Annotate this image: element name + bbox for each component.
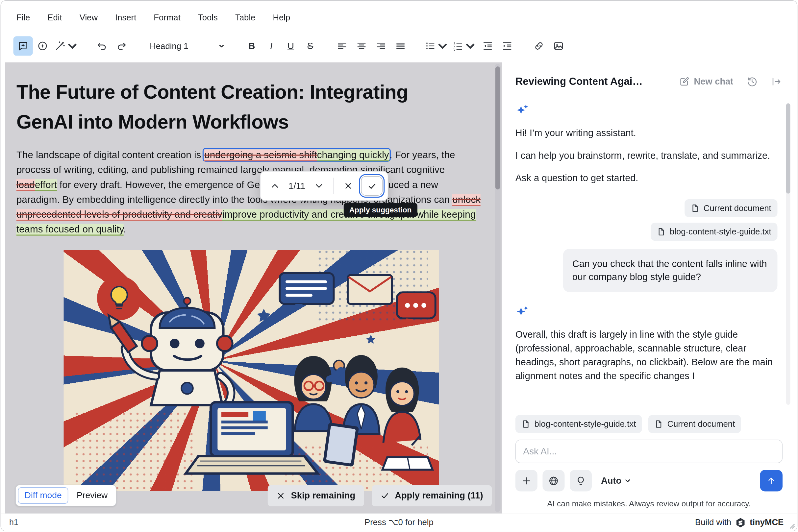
menu-bar: File Edit View Insert Format Tools Table…	[1, 1, 797, 30]
bold-button[interactable]: B	[242, 36, 261, 56]
attach-button[interactable]	[516, 470, 537, 491]
tinymce-logo-icon	[736, 517, 746, 527]
ask-ai-input[interactable]	[516, 440, 782, 463]
link-button[interactable]	[529, 36, 549, 56]
undo-icon	[96, 40, 108, 52]
close-panel-button[interactable]	[771, 76, 782, 87]
apply-suggestion-button[interactable]	[361, 176, 383, 196]
align-center-icon	[356, 40, 367, 52]
new-chat-button[interactable]: New chat	[679, 76, 733, 87]
align-left-button[interactable]	[332, 36, 352, 56]
document-icon	[654, 420, 663, 429]
menu-tools[interactable]: Tools	[198, 13, 218, 22]
bold-label: B	[248, 40, 255, 51]
menu-table[interactable]: Table	[235, 13, 256, 22]
context-chip-current-document[interactable]: Current document	[685, 200, 777, 218]
link-icon	[533, 40, 544, 52]
chevron-down-icon	[67, 40, 78, 52]
magic-wand-icon	[54, 40, 66, 52]
chip-label: blog-content-style-guide.txt	[670, 227, 772, 237]
strikethrough-label: S	[307, 40, 314, 51]
italic-button[interactable]: I	[261, 36, 281, 56]
menu-file[interactable]: File	[16, 13, 30, 22]
next-suggestion-button[interactable]	[310, 176, 328, 195]
underline-button[interactable]: U	[281, 36, 300, 56]
chevron-down-icon	[314, 181, 324, 190]
chat-scrollbar[interactable]	[786, 103, 790, 405]
svg-text:3: 3	[453, 48, 456, 51]
document-title[interactable]: The Future of Content Creation: Integrat…	[16, 78, 465, 137]
divider	[333, 177, 334, 194]
block-format-select[interactable]: Heading 1	[144, 36, 230, 56]
document-body[interactable]: The Future of Content Creation: Integrat…	[5, 62, 502, 491]
diff-insertion[interactable]: changing quickly	[317, 149, 389, 161]
collapse-panel-icon	[771, 76, 782, 87]
diff-deletion[interactable]: load	[16, 179, 35, 191]
previous-suggestion-button[interactable]	[266, 176, 284, 195]
chat-composer: blog-content-style-guide.txt Current doc…	[506, 411, 793, 514]
ai-shortcuts-button[interactable]	[33, 36, 52, 56]
diff-insertion[interactable]: effort	[35, 179, 57, 191]
menu-format[interactable]: Format	[154, 13, 180, 22]
editor-scrollbar[interactable]	[495, 64, 500, 512]
document-icon	[522, 420, 531, 429]
underline-label: U	[287, 40, 294, 51]
align-justify-button[interactable]	[391, 36, 410, 56]
redo-button[interactable]	[112, 36, 131, 56]
indent-button[interactable]	[497, 36, 517, 56]
outdent-button[interactable]	[478, 36, 497, 56]
assistant-avatar	[516, 103, 778, 119]
ai-assistant-button[interactable]	[14, 36, 33, 56]
menu-view[interactable]: View	[80, 13, 98, 22]
build-with-label: Build with	[695, 517, 731, 527]
chat-title: Reviewing Content Agai…	[516, 76, 666, 88]
undo-button[interactable]	[92, 36, 112, 56]
numbered-list-button[interactable]: 1 2 3	[450, 36, 478, 56]
assistant-message: Ask a question to get started.	[516, 171, 774, 185]
chip-label: blog-content-style-guide.txt	[534, 419, 636, 429]
web-search-button[interactable]	[542, 470, 564, 491]
diff-controls-bar: Diff mode Preview Skip remaining Apply r…	[5, 484, 502, 506]
menu-help[interactable]: Help	[273, 13, 290, 22]
composer-chips: blog-content-style-guide.txt Current doc…	[516, 415, 782, 433]
strikethrough-button[interactable]: S	[301, 36, 320, 56]
close-icon	[344, 181, 353, 190]
apply-remaining-button[interactable]: Apply remaining (11)	[372, 485, 492, 506]
document-illustration[interactable]	[63, 250, 439, 491]
assistant-message: I can help you brainstorm, rewrite, tran…	[516, 149, 774, 163]
menu-insert[interactable]: Insert	[115, 13, 136, 22]
preview-button[interactable]: Preview	[70, 487, 114, 504]
diff-deletion[interactable]: undergoing a seismic shift	[204, 149, 317, 161]
ai-edit-button[interactable]	[52, 36, 80, 56]
align-center-button[interactable]	[352, 36, 371, 56]
genai-collaboration-illustration	[63, 250, 439, 491]
menu-edit[interactable]: Edit	[48, 13, 62, 22]
close-icon	[277, 491, 285, 500]
send-button[interactable]	[760, 470, 782, 491]
resize-grip-icon[interactable]	[789, 523, 795, 529]
check-icon	[367, 181, 377, 191]
chat-messages[interactable]: Hi! I’m your writing assistant. I can he…	[506, 94, 793, 411]
chat-header: Reviewing Content Agai… New chat	[506, 62, 793, 94]
composer-chip-current-document[interactable]: Current document	[648, 415, 741, 433]
editor-scrollbar-thumb[interactable]	[495, 66, 500, 189]
align-right-button[interactable]	[371, 36, 391, 56]
branding[interactable]: Build with tinyMCE	[695, 517, 789, 527]
check-icon	[381, 491, 389, 500]
brand-name: tinyMCE	[750, 517, 783, 527]
bullet-list-button[interactable]	[423, 36, 450, 56]
insert-image-button[interactable]	[549, 36, 568, 56]
editor-area[interactable]: The Future of Content Creation: Integrat…	[5, 62, 502, 514]
skip-remaining-button[interactable]: Skip remaining	[268, 485, 364, 506]
diff-mode-button[interactable]: Diff mode	[18, 487, 69, 504]
diff-suggestion-group[interactable]: undergoing a seismic shiftchanging quick…	[204, 149, 390, 160]
document-paragraph[interactable]: The landscape of digital content creatio…	[16, 147, 482, 236]
model-select[interactable]: Auto	[601, 475, 631, 486]
reject-suggestion-button[interactable]	[339, 176, 357, 195]
chat-history-button[interactable]	[747, 76, 758, 87]
redo-icon	[116, 40, 127, 52]
chat-scrollbar-thumb[interactable]	[786, 103, 790, 193]
composer-chip-style-guide[interactable]: blog-content-style-guide.txt	[516, 415, 642, 433]
ideas-button[interactable]	[570, 470, 592, 491]
context-chip-style-guide[interactable]: blog-content-style-guide.txt	[651, 223, 777, 241]
